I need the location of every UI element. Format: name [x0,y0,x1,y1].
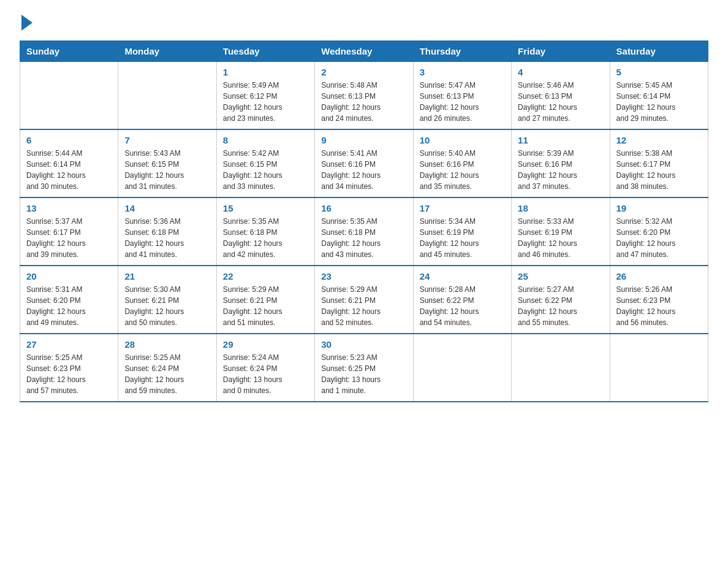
calendar-cell [20,62,118,130]
calendar-cell: 19Sunrise: 5:32 AM Sunset: 6:20 PM Dayli… [610,197,708,266]
day-number: 28 [124,339,210,350]
calendar-week-row: 20Sunrise: 5:31 AM Sunset: 6:20 PM Dayli… [20,266,708,334]
day-info: Sunrise: 5:25 AM Sunset: 6:23 PM Dayligh… [26,352,112,396]
day-info: Sunrise: 5:35 AM Sunset: 6:18 PM Dayligh… [223,216,308,260]
day-info: Sunrise: 5:23 AM Sunset: 6:25 PM Dayligh… [321,352,406,396]
day-info: Sunrise: 5:49 AM Sunset: 6:12 PM Dayligh… [223,80,308,124]
calendar-cell: 10Sunrise: 5:40 AM Sunset: 6:16 PM Dayli… [413,129,511,197]
calendar-table: SundayMondayTuesdayWednesdayThursdayFrid… [20,40,708,402]
day-info: Sunrise: 5:44 AM Sunset: 6:14 PM Dayligh… [26,148,112,192]
calendar-cell: 14Sunrise: 5:36 AM Sunset: 6:18 PM Dayli… [118,197,216,266]
calendar-cell: 12Sunrise: 5:38 AM Sunset: 6:17 PM Dayli… [610,129,708,197]
day-info: Sunrise: 5:30 AM Sunset: 6:21 PM Dayligh… [124,284,210,328]
day-number: 9 [321,135,406,145]
day-info: Sunrise: 5:26 AM Sunset: 6:23 PM Dayligh… [616,284,702,328]
day-info: Sunrise: 5:48 AM Sunset: 6:13 PM Dayligh… [321,80,406,124]
calendar-cell: 29Sunrise: 5:24 AM Sunset: 6:24 PM Dayli… [216,334,314,402]
weekday-header-tuesday: Tuesday [216,41,314,62]
day-number: 8 [223,135,308,145]
day-number: 20 [26,271,112,282]
day-number: 26 [616,271,702,282]
day-info: Sunrise: 5:43 AM Sunset: 6:15 PM Dayligh… [124,148,210,192]
calendar-cell: 25Sunrise: 5:27 AM Sunset: 6:22 PM Dayli… [512,266,610,334]
calendar-cell [413,334,511,402]
calendar-week-row: 6Sunrise: 5:44 AM Sunset: 6:14 PM Daylig… [20,129,708,197]
day-number: 17 [420,203,505,213]
calendar-cell: 28Sunrise: 5:25 AM Sunset: 6:24 PM Dayli… [118,334,216,402]
calendar-cell: 24Sunrise: 5:28 AM Sunset: 6:22 PM Dayli… [413,266,511,334]
calendar-cell: 18Sunrise: 5:33 AM Sunset: 6:19 PM Dayli… [512,197,610,266]
day-info: Sunrise: 5:28 AM Sunset: 6:22 PM Dayligh… [420,284,505,328]
day-number: 14 [124,203,210,213]
day-number: 21 [124,271,210,282]
calendar-cell [118,62,216,130]
day-info: Sunrise: 5:33 AM Sunset: 6:19 PM Dayligh… [518,216,603,260]
calendar-cell: 16Sunrise: 5:35 AM Sunset: 6:18 PM Dayli… [315,197,413,266]
day-number: 7 [124,135,210,145]
calendar-cell: 30Sunrise: 5:23 AM Sunset: 6:25 PM Dayli… [315,334,413,402]
calendar-week-row: 1Sunrise: 5:49 AM Sunset: 6:12 PM Daylig… [20,62,708,130]
weekday-header-saturday: Saturday [610,41,708,62]
calendar-cell: 11Sunrise: 5:39 AM Sunset: 6:16 PM Dayli… [512,129,610,197]
day-info: Sunrise: 5:27 AM Sunset: 6:22 PM Dayligh… [518,284,603,328]
logo [20,15,32,31]
calendar-cell [610,334,708,402]
day-info: Sunrise: 5:37 AM Sunset: 6:17 PM Dayligh… [26,216,112,260]
weekday-header-friday: Friday [512,41,610,62]
calendar-cell: 20Sunrise: 5:31 AM Sunset: 6:20 PM Dayli… [20,266,118,334]
day-info: Sunrise: 5:29 AM Sunset: 6:21 PM Dayligh… [321,284,406,328]
day-info: Sunrise: 5:46 AM Sunset: 6:13 PM Dayligh… [518,80,603,124]
weekday-header-thursday: Thursday [413,41,511,62]
calendar-cell [512,334,610,402]
day-info: Sunrise: 5:31 AM Sunset: 6:20 PM Dayligh… [26,284,112,328]
day-info: Sunrise: 5:32 AM Sunset: 6:20 PM Dayligh… [616,216,702,260]
day-info: Sunrise: 5:24 AM Sunset: 6:24 PM Dayligh… [223,352,308,396]
calendar-cell: 22Sunrise: 5:29 AM Sunset: 6:21 PM Dayli… [216,266,314,334]
day-number: 30 [321,339,406,350]
calendar-cell: 26Sunrise: 5:26 AM Sunset: 6:23 PM Dayli… [610,266,708,334]
day-info: Sunrise: 5:45 AM Sunset: 6:14 PM Dayligh… [616,80,702,124]
page-header [20,15,708,31]
calendar-cell: 23Sunrise: 5:29 AM Sunset: 6:21 PM Dayli… [315,266,413,334]
day-number: 24 [420,271,505,282]
calendar-cell: 13Sunrise: 5:37 AM Sunset: 6:17 PM Dayli… [20,197,118,266]
day-number: 3 [420,67,505,77]
day-number: 4 [518,67,603,77]
day-number: 15 [223,203,308,213]
day-info: Sunrise: 5:36 AM Sunset: 6:18 PM Dayligh… [124,216,210,260]
day-info: Sunrise: 5:42 AM Sunset: 6:15 PM Dayligh… [223,148,308,192]
day-info: Sunrise: 5:25 AM Sunset: 6:24 PM Dayligh… [124,352,210,396]
day-number: 2 [321,67,406,77]
day-number: 29 [223,339,308,350]
day-info: Sunrise: 5:41 AM Sunset: 6:16 PM Dayligh… [321,148,406,192]
calendar-cell: 1Sunrise: 5:49 AM Sunset: 6:12 PM Daylig… [216,62,314,130]
calendar-week-row: 27Sunrise: 5:25 AM Sunset: 6:23 PM Dayli… [20,334,708,402]
day-info: Sunrise: 5:47 AM Sunset: 6:13 PM Dayligh… [420,80,505,124]
calendar-week-row: 13Sunrise: 5:37 AM Sunset: 6:17 PM Dayli… [20,197,708,266]
day-info: Sunrise: 5:38 AM Sunset: 6:17 PM Dayligh… [616,148,702,192]
calendar-cell: 17Sunrise: 5:34 AM Sunset: 6:19 PM Dayli… [413,197,511,266]
day-number: 12 [616,135,702,145]
calendar-cell: 3Sunrise: 5:47 AM Sunset: 6:13 PM Daylig… [413,62,511,130]
day-info: Sunrise: 5:39 AM Sunset: 6:16 PM Dayligh… [518,148,603,192]
calendar-cell: 4Sunrise: 5:46 AM Sunset: 6:13 PM Daylig… [512,62,610,130]
day-number: 18 [518,203,603,213]
day-info: Sunrise: 5:34 AM Sunset: 6:19 PM Dayligh… [420,216,505,260]
day-info: Sunrise: 5:29 AM Sunset: 6:21 PM Dayligh… [223,284,308,328]
day-number: 25 [518,271,603,282]
day-info: Sunrise: 5:40 AM Sunset: 6:16 PM Dayligh… [420,148,505,192]
day-number: 6 [26,135,112,145]
calendar-cell: 8Sunrise: 5:42 AM Sunset: 6:15 PM Daylig… [216,129,314,197]
day-number: 23 [321,271,406,282]
day-number: 22 [223,271,308,282]
calendar-cell: 9Sunrise: 5:41 AM Sunset: 6:16 PM Daylig… [315,129,413,197]
weekday-header-row: SundayMondayTuesdayWednesdayThursdayFrid… [20,41,708,62]
day-number: 5 [616,67,702,77]
day-number: 13 [26,203,112,213]
day-number: 11 [518,135,603,145]
day-number: 27 [26,339,112,350]
calendar-cell: 7Sunrise: 5:43 AM Sunset: 6:15 PM Daylig… [118,129,216,197]
weekday-header-wednesday: Wednesday [315,41,413,62]
weekday-header-monday: Monday [118,41,216,62]
calendar-cell: 2Sunrise: 5:48 AM Sunset: 6:13 PM Daylig… [315,62,413,130]
